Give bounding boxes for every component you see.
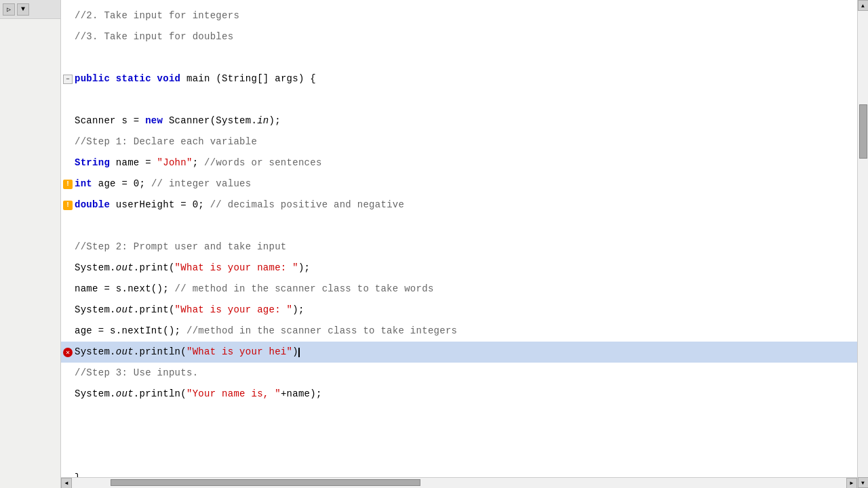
code-content[interactable]: [75, 47, 857, 68]
token-plain: name =: [110, 157, 157, 168]
line-icon-col: [61, 300, 75, 321]
collapse-icon[interactable]: −: [63, 75, 73, 84]
code-line: System.out.println("Your name is, "+name…: [61, 384, 857, 405]
scroll-left-arrow[interactable]: ◀: [61, 478, 72, 489]
token-plain: .println(: [134, 346, 186, 357]
scroll-right-arrow[interactable]: ▶: [846, 478, 857, 489]
error-icon: ✕: [63, 348, 73, 357]
code-content[interactable]: [75, 405, 857, 426]
code-content[interactable]: [75, 89, 857, 110]
code-content[interactable]: System.out.print("What is your name: ");: [75, 258, 857, 279]
code-line: Scanner s = new Scanner(System.in);: [61, 110, 857, 131]
token-cm: //Step 3: Use inputs.: [75, 367, 198, 378]
token-plain: .print(: [134, 304, 175, 315]
code-content[interactable]: [75, 447, 857, 468]
text-cursor: [298, 348, 300, 357]
token-plain: System.: [75, 304, 116, 315]
code-line: [61, 216, 857, 237]
code-content[interactable]: String name = "John"; //words or sentenc…: [75, 152, 857, 174]
token-plain: name = s.next();: [75, 283, 175, 294]
lines-container: //2. Take input for integers //3. Take i…: [61, 5, 857, 477]
line-ref: [0, 155, 60, 165]
code-line: //Step 2: Prompt user and take input: [61, 237, 857, 258]
code-content[interactable]: double userHeight = 0; // decimals posit…: [75, 195, 857, 216]
token-plain: System.: [75, 262, 116, 273]
token-plain: .println(: [134, 388, 186, 399]
token-it: out: [116, 262, 134, 273]
left-panel: ▷ ▼: [0, 0, 61, 488]
token-cm: //Step 2: Prompt user and take input: [75, 241, 287, 252]
vertical-scroll-track[interactable]: [858, 11, 868, 477]
code-content[interactable]: public static void main (String[] args) …: [75, 68, 857, 89]
horizontal-scrollbar[interactable]: ◀ ▶: [61, 477, 857, 488]
token-kw: void: [157, 73, 181, 84]
code-content[interactable]: System.out.print("What is your age: ");: [75, 300, 857, 321]
token-plain: System.: [75, 346, 116, 357]
code-content[interactable]: int age = 0; // integer values: [75, 174, 857, 195]
code-line: System.out.print("What is your name: ");: [61, 258, 857, 279]
code-line: System.out.print("What is your age: ");: [61, 300, 857, 321]
code-line: //Step 3: Use inputs.: [61, 363, 857, 384]
code-content[interactable]: age = s.nextInt(); //method in the scann…: [75, 321, 857, 342]
code-content[interactable]: System.out.println("What is your hei"): [75, 342, 857, 363]
code-content[interactable]: //Step 2: Prompt user and take input: [75, 237, 857, 258]
vertical-scrollbar[interactable]: ▲ ▼: [857, 0, 868, 488]
code-content[interactable]: name = s.next(); // method in the scanne…: [75, 279, 857, 300]
toolbar-btn-2[interactable]: ▼: [17, 3, 29, 16]
line-icon-col: [61, 426, 75, 447]
line-icon-col: [61, 279, 75, 300]
token-plain: ): [292, 346, 298, 357]
token-plain: age = s.nextInt();: [75, 325, 186, 336]
token-plain: userHeight = 0;: [110, 199, 210, 210]
token-plain: Scanner(System.: [163, 115, 257, 126]
token-cm: //method in the scanner class to take in…: [186, 325, 457, 336]
scroll-down-arrow[interactable]: ▼: [858, 477, 869, 488]
line-icon-col: [61, 26, 75, 47]
code-content[interactable]: //3. Take input for doubles: [75, 26, 857, 47]
code-content[interactable]: [75, 426, 857, 447]
code-editor[interactable]: //2. Take input for integers //3. Take i…: [61, 0, 857, 488]
line-icon-col: [61, 321, 75, 342]
code-line: [61, 426, 857, 447]
code-scroll-area[interactable]: //2. Take input for integers //3. Take i…: [61, 0, 857, 477]
horizontal-scroll-thumb[interactable]: [111, 479, 420, 486]
code-content[interactable]: [75, 216, 857, 237]
code-line: [61, 447, 857, 468]
token-plain: );: [298, 262, 310, 273]
line-icon-col: [61, 216, 75, 237]
line-icon-col: !: [61, 195, 75, 216]
line-icon-col: [61, 468, 75, 477]
code-content[interactable]: //Step 1: Declare each variable: [75, 131, 857, 152]
editor-container: ▷ ▼ //2. Take input for integers //3. Ta…: [0, 0, 868, 488]
code-content[interactable]: //2. Take input for integers: [75, 5, 857, 26]
token-cm: // integer values: [151, 178, 252, 189]
code-content[interactable]: System.out.println("Your name is, "+name…: [75, 384, 857, 405]
horizontal-scroll-track[interactable]: [72, 478, 846, 488]
toolbar-btn-1[interactable]: ▷: [3, 3, 15, 16]
token-plain: }: [75, 472, 81, 477]
code-content[interactable]: }: [75, 468, 857, 477]
token-plain: [110, 73, 116, 84]
token-plain: age = 0;: [92, 178, 151, 189]
code-content[interactable]: Scanner s = new Scanner(System.in);: [75, 110, 857, 131]
token-plain: [151, 73, 157, 84]
token-str: "Your name is, ": [186, 388, 281, 399]
vertical-scroll-thumb[interactable]: [859, 104, 867, 159]
scroll-up-arrow[interactable]: ▲: [858, 0, 869, 11]
code-line: − public static void main (String[] args…: [61, 68, 857, 89]
token-kw: static: [116, 73, 151, 84]
token-plain: +name);: [281, 388, 322, 399]
token-kw: double: [75, 199, 110, 210]
line-icon-col: !: [61, 174, 75, 195]
code-line: //2. Take input for integers: [61, 5, 857, 26]
code-line: }: [61, 468, 857, 477]
token-cm: // method in the scanner class to take w…: [175, 283, 434, 294]
token-plain: );: [292, 304, 304, 315]
code-content[interactable]: //Step 3: Use inputs.: [75, 363, 857, 384]
token-plain: .print(: [134, 262, 175, 273]
token-plain: main (String[] args) {: [180, 73, 316, 84]
line-icon-col: −: [61, 68, 75, 89]
token-cm: //3. Take input for doubles: [75, 31, 233, 42]
token-kw: public: [75, 73, 110, 84]
line-icon-col: [61, 47, 75, 68]
